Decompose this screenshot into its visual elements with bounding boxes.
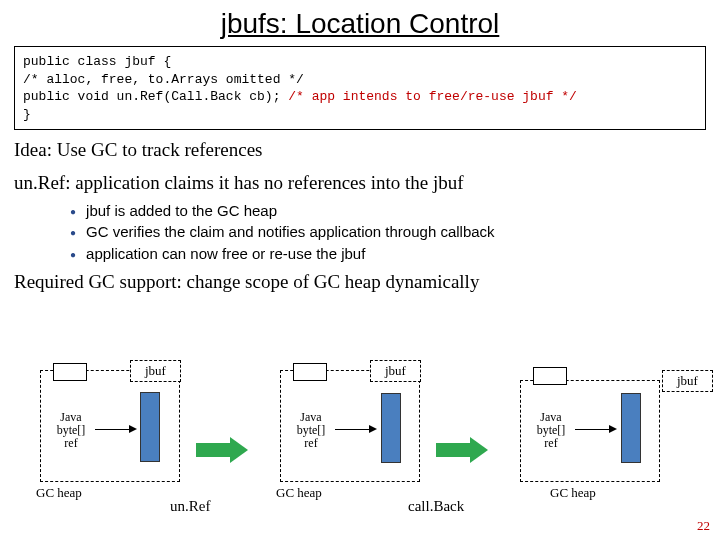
ref-label-3: Java byte[] ref bbox=[527, 411, 575, 451]
ref-arrow-head-1 bbox=[129, 425, 137, 433]
idea-line-2: un.Ref: application claims it has no ref… bbox=[14, 171, 706, 196]
gcheap-panel-3: Java byte[] ref bbox=[520, 380, 660, 482]
diagram-area: Java byte[] ref jbuf GC heap un.Ref Java… bbox=[0, 370, 720, 520]
gcheap-caption-2: GC heap bbox=[276, 485, 322, 501]
small-box-2 bbox=[293, 363, 327, 381]
small-box-3 bbox=[533, 367, 567, 385]
bullet-icon: ● bbox=[70, 248, 76, 263]
page-number: 22 bbox=[697, 518, 710, 534]
ref-arrow-line-1 bbox=[95, 429, 131, 430]
jbuf-label-3: jbuf bbox=[662, 370, 713, 392]
bullet-list: ●jbuf is added to the GC heap ●GC verifi… bbox=[70, 200, 706, 265]
bullet-3: application can now free or re-use the j… bbox=[86, 243, 365, 265]
ref-arrow-line-3 bbox=[575, 429, 611, 430]
code-line-4: } bbox=[23, 106, 697, 124]
caption-unref: un.Ref bbox=[170, 498, 210, 515]
gcheap-caption-1: GC heap bbox=[36, 485, 82, 501]
code-line-3-highlight: /* app intends to free/re-use jbuf */ bbox=[288, 89, 577, 104]
code-box: public class jbuf { /* alloc, free, to.A… bbox=[14, 46, 706, 130]
code-line-3: public void un.Ref(Call.Back cb); /* app… bbox=[23, 88, 697, 106]
jbuf-bar-3 bbox=[621, 393, 641, 463]
ref-arrow-head-2 bbox=[369, 425, 377, 433]
code-line-3a: public void un.Ref(Call.Back cb); bbox=[23, 89, 288, 104]
small-box-1 bbox=[53, 363, 87, 381]
bullet-2: GC verifies the claim and notifies appli… bbox=[86, 221, 495, 243]
jbuf-label-1: jbuf bbox=[130, 360, 181, 382]
caption-callback: call.Back bbox=[408, 498, 464, 515]
code-line-2: /* alloc, free, to.Arrays omitted */ bbox=[23, 71, 697, 89]
jbuf-bar-2 bbox=[381, 393, 401, 463]
ref-label-2: Java byte[] ref bbox=[287, 411, 335, 451]
ref-arrow-head-3 bbox=[609, 425, 617, 433]
bullet-1: jbuf is added to the GC heap bbox=[86, 200, 277, 222]
bullet-icon: ● bbox=[70, 205, 76, 220]
ref-label-1: Java byte[] ref bbox=[47, 411, 95, 451]
jbuf-bar-1 bbox=[140, 392, 160, 462]
bullet-icon: ● bbox=[70, 226, 76, 241]
jbuf-label-2: jbuf bbox=[370, 360, 421, 382]
slide-title: jbufs: Location Control bbox=[0, 0, 720, 46]
required-line: Required GC support: change scope of GC … bbox=[14, 271, 706, 293]
gcheap-panel-2: Java byte[] ref bbox=[280, 370, 420, 482]
gcheap-caption-3: GC heap bbox=[550, 485, 596, 501]
ref-arrow-line-2 bbox=[335, 429, 371, 430]
code-line-1: public class jbuf { bbox=[23, 53, 697, 71]
idea-line-1: Idea: Use GC to track references bbox=[14, 138, 706, 163]
